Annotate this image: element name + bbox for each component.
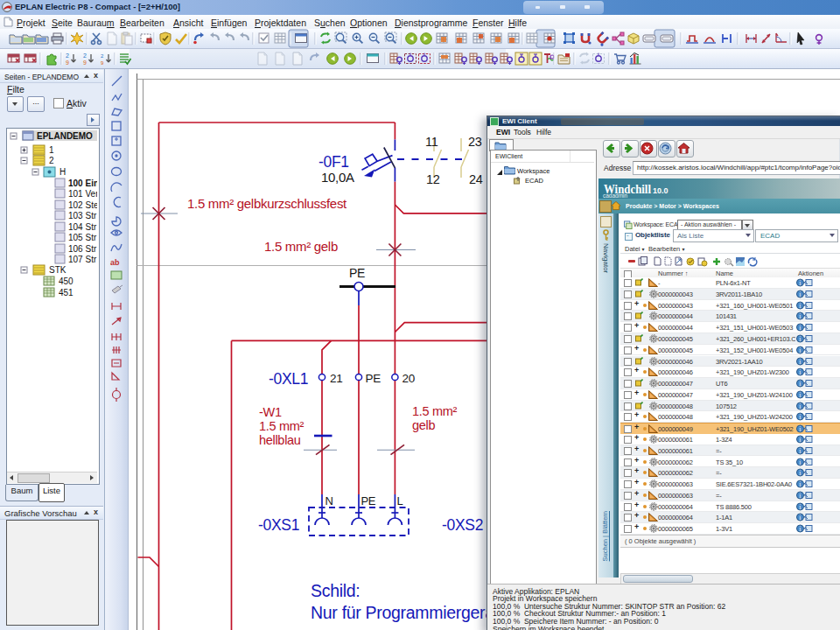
svg-text:-0XS1: -0XS1	[258, 516, 299, 534]
svg-text:i: i	[799, 290, 801, 298]
svg-text:i: i	[799, 425, 801, 433]
svg-text:PE: PE	[366, 372, 382, 385]
svg-text:2: 2	[83, 52, 87, 59]
svg-text:11: 11	[425, 135, 438, 149]
svg-text:i: i	[799, 324, 801, 332]
svg-text:i: i	[799, 525, 801, 533]
svg-text:PE: PE	[349, 266, 365, 280]
svg-text:i: i	[799, 480, 801, 488]
svg-text:i: i	[799, 469, 801, 477]
svg-text:i: i	[799, 458, 801, 466]
svg-text:i: i	[799, 402, 801, 410]
svg-text:10.0: 10.0	[653, 186, 668, 195]
svg-text:23: 23	[468, 135, 482, 149]
svg-text:451: 451	[59, 288, 74, 298]
svg-text:104 Str: 104 Str	[68, 222, 97, 232]
svg-text:i: i	[799, 391, 801, 399]
svg-text:STK: STK	[49, 265, 66, 275]
svg-text:1: 1	[49, 145, 54, 155]
svg-text:20: 20	[402, 372, 415, 385]
svg-text:i: i	[799, 514, 801, 522]
svg-text:N: N	[326, 494, 333, 508]
svg-text:1.5 mm²: 1.5 mm²	[259, 419, 304, 433]
svg-text:i: i	[799, 335, 801, 343]
svg-text:i: i	[799, 357, 801, 365]
svg-text:Schild:: Schild:	[311, 581, 360, 600]
svg-text:hellblau: hellblau	[259, 433, 301, 447]
svg-text:H: H	[60, 167, 66, 177]
svg-text:-0XL1: -0XL1	[269, 370, 308, 388]
svg-text:L: L	[397, 494, 403, 508]
svg-text:-0XS2: -0XS2	[442, 516, 483, 534]
svg-text:i: i	[799, 312, 801, 320]
svg-text:ab: ab	[110, 258, 120, 267]
svg-text:9: 9	[83, 60, 87, 66]
svg-text:-W1: -W1	[259, 405, 282, 419]
svg-text:i: i	[799, 446, 801, 454]
svg-text:1.5 mm² gelbkurzschlussfest: 1.5 mm² gelbkurzschlussfest	[187, 196, 347, 211]
svg-text:EPLANDEMO: EPLANDEMO	[37, 131, 93, 141]
svg-text:21: 21	[330, 372, 342, 385]
svg-text:Nur für Programmiergeräte: Nur für Programmiergeräte	[311, 603, 508, 622]
svg-text:i: i	[799, 380, 801, 388]
svg-text:100 Ein: 100 Ein	[68, 178, 97, 188]
svg-text:i: i	[799, 301, 801, 309]
svg-text:102 Ste: 102 Ste	[68, 200, 97, 210]
svg-text:i: i	[799, 368, 801, 376]
svg-text:i: i	[799, 492, 801, 500]
svg-text:105 Str: 105 Str	[68, 233, 97, 242]
svg-text:i: i	[799, 413, 801, 421]
svg-text:10,0A: 10,0A	[321, 170, 354, 185]
svg-text:-0F1: -0F1	[318, 153, 349, 171]
svg-text:gelb: gelb	[412, 418, 435, 432]
svg-text:106 Str: 106 Str	[68, 244, 97, 254]
svg-text:2: 2	[66, 52, 69, 59]
svg-text:i: i	[799, 346, 801, 354]
svg-text:450: 450	[59, 276, 74, 286]
svg-text:1.5 mm² gelb: 1.5 mm² gelb	[264, 239, 338, 254]
svg-text:1.5 mm²: 1.5 mm²	[412, 404, 458, 418]
svg-text:12: 12	[426, 172, 440, 186]
svg-text:9: 9	[66, 60, 69, 66]
svg-text:24: 24	[469, 172, 483, 186]
svg-text:101 Ver: 101 Ver	[68, 189, 97, 199]
svg-text:i: i	[799, 502, 801, 510]
svg-text:i: i	[799, 279, 801, 287]
svg-text:107 Str: 107 Str	[68, 255, 97, 264]
svg-text:2: 2	[49, 156, 54, 165]
svg-text:PE: PE	[361, 494, 376, 508]
svg-text:103 Str: 103 Str	[68, 211, 97, 220]
svg-text:i: i	[799, 436, 801, 444]
